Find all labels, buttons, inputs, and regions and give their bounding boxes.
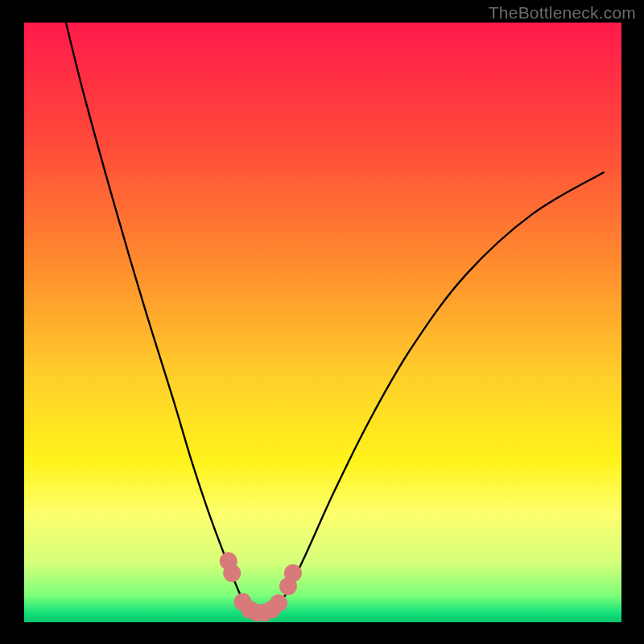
- highlight-dot: [270, 594, 287, 612]
- chart-frame: TheBottleneck.com: [0, 0, 644, 644]
- gradient-background: [24, 23, 621, 622]
- highlight-dot: [284, 564, 302, 582]
- bottleneck-chart: [0, 0, 644, 644]
- watermark-text: TheBottleneck.com: [489, 3, 636, 23]
- highlight-dot: [223, 564, 241, 582]
